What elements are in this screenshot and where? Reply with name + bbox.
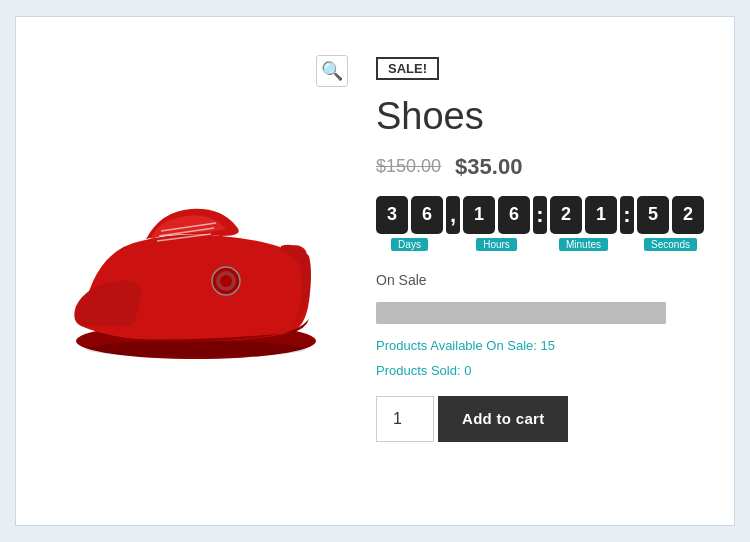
hours-digit-1: 1 <box>463 196 495 234</box>
seconds-digit-1: 5 <box>637 196 669 234</box>
product-info-column: SALE! Shoes $150.00 $35.00 3 6 Days , <box>376 47 714 495</box>
hours-label: Hours <box>476 238 517 251</box>
seconds-digit-2: 2 <box>672 196 704 234</box>
on-sale-label: On Sale <box>376 272 714 288</box>
add-to-cart-row: Add to cart <box>376 396 714 442</box>
svg-point-7 <box>86 341 306 357</box>
product-title: Shoes <box>376 94 714 140</box>
price-row: $150.00 $35.00 <box>376 154 714 180</box>
original-price: $150.00 <box>376 156 441 177</box>
days-digit-2: 6 <box>411 196 443 234</box>
separator-1: , <box>446 196 460 234</box>
sale-badge: SALE! <box>376 57 439 80</box>
days-label: Days <box>391 238 428 251</box>
product-card: 🔍 <box>15 16 735 526</box>
sale-price: $35.00 <box>455 154 522 180</box>
seconds-label: Seconds <box>644 238 697 251</box>
countdown-seconds: 5 2 Seconds <box>637 196 704 251</box>
svg-point-6 <box>220 275 232 287</box>
products-available: Products Available On Sale: 15 <box>376 338 714 353</box>
zoom-icon[interactable]: 🔍 <box>316 55 348 87</box>
days-digit-1: 3 <box>376 196 408 234</box>
minutes-label: Minutes <box>559 238 608 251</box>
countdown-days: 3 6 Days <box>376 196 443 251</box>
separator-2: : <box>533 196 547 234</box>
hours-digit-2: 6 <box>498 196 530 234</box>
separator-3: : <box>620 196 634 234</box>
countdown-hours: 1 6 Hours <box>463 196 530 251</box>
minutes-digit-2: 1 <box>585 196 617 234</box>
countdown-minutes: 2 1 Minutes <box>550 196 617 251</box>
progress-bar <box>376 302 666 324</box>
minutes-digit-1: 2 <box>550 196 582 234</box>
quantity-input[interactable] <box>376 396 434 442</box>
product-image-column: 🔍 <box>36 47 356 495</box>
progress-bar-fill <box>376 302 666 324</box>
countdown-timer: 3 6 Days , 1 6 Hours : <box>376 196 714 256</box>
add-to-cart-button[interactable]: Add to cart <box>438 396 568 442</box>
products-sold: Products Sold: 0 <box>376 363 714 378</box>
product-image <box>56 161 336 381</box>
